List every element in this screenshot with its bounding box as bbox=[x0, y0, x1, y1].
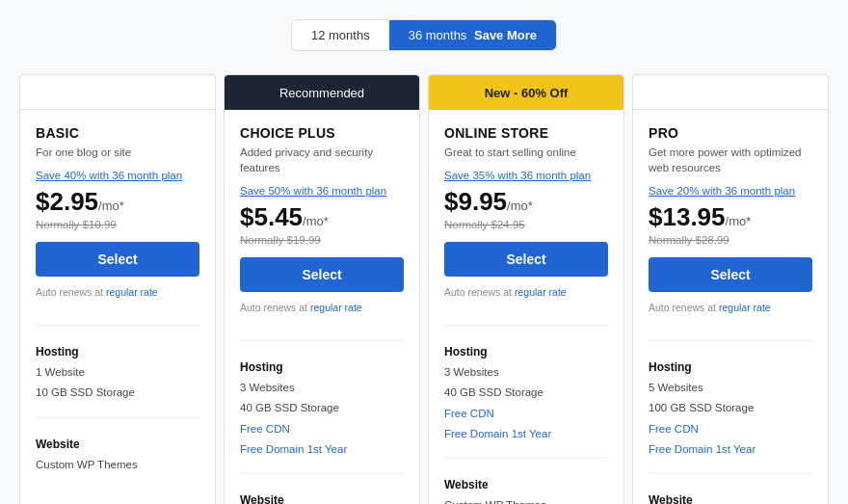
hosting-feature-pro-0: 5 Websites bbox=[649, 380, 812, 396]
select-button-basic[interactable]: Select bbox=[36, 242, 199, 277]
plan-normal-price-basic: Normally $10.99 bbox=[36, 219, 199, 230]
regular-rate-link-basic[interactable]: regular rate bbox=[106, 286, 158, 298]
hosting-feature-online-store-3: Free Domain 1st Year bbox=[444, 426, 608, 442]
regular-rate-link-choice-plus[interactable]: regular rate bbox=[310, 302, 362, 313]
website-title-online-store: Website bbox=[444, 478, 608, 491]
hosting-feature-pro-3: Free Domain 1st Year bbox=[649, 441, 812, 458]
divider-1-online-store bbox=[444, 325, 608, 326]
plan-card-pro: PRO Get more power with optimized web re… bbox=[632, 74, 829, 504]
website-title-choice-plus: Website bbox=[240, 493, 404, 504]
hosting-feature-basic-1: 10 GB SSD Storage bbox=[36, 385, 199, 401]
regular-rate-link-pro[interactable]: regular rate bbox=[719, 302, 771, 313]
plan-desc-pro: Get more power with optimized web resour… bbox=[649, 145, 812, 175]
divider-1-pro bbox=[649, 340, 812, 341]
select-button-pro[interactable]: Select bbox=[649, 257, 812, 292]
divider-2-pro bbox=[649, 473, 812, 474]
hosting-feature-choice-plus-1: 40 GB SSD Storage bbox=[240, 400, 404, 416]
plan-normal-price-pro: Normally $28.99 bbox=[649, 234, 812, 246]
plan-price-suffix-choice-plus: /mo* bbox=[303, 214, 329, 228]
auto-renew-choice-plus: Auto renews at regular rate bbox=[240, 302, 404, 313]
plan-body-pro: PRO Get more power with optimized web re… bbox=[633, 110, 828, 504]
plan-price-suffix-online-store: /mo* bbox=[507, 199, 533, 213]
divider-2-basic bbox=[36, 417, 199, 418]
auto-renew-basic: Auto renews at regular rate bbox=[36, 286, 199, 298]
divider-1-basic bbox=[36, 325, 199, 326]
website-title-pro: Website bbox=[649, 493, 812, 504]
hosting-feature-online-store-1: 40 GB SSD Storage bbox=[444, 385, 608, 401]
plan-body-choice-plus: CHOICE PLUS Added privacy and security f… bbox=[225, 110, 419, 504]
toggle-bar: 12 months 36 months Save More bbox=[291, 19, 557, 51]
hosting-title-online-store: Hosting bbox=[444, 345, 608, 358]
plan-desc-choice-plus: Added privacy and security features bbox=[240, 145, 404, 175]
plans-container: BASIC For one blog or site Save 40% with… bbox=[15, 74, 833, 504]
divider-2-choice-plus bbox=[240, 473, 404, 474]
plan-desc-basic: For one blog or site bbox=[36, 145, 199, 160]
toggle-36months-label: 36 months bbox=[409, 28, 467, 42]
hosting-feature-pro-1: 100 GB SSD Storage bbox=[649, 400, 812, 416]
hosting-feature-online-store-2: Free CDN bbox=[444, 406, 608, 422]
regular-rate-link-online-store[interactable]: regular rate bbox=[515, 286, 567, 298]
hosting-title-pro: Hosting bbox=[649, 360, 812, 374]
hosting-feature-pro-2: Free CDN bbox=[649, 421, 812, 438]
hosting-feature-online-store-0: 3 Websites bbox=[444, 364, 608, 381]
website-feature-online-store-0: Custom WP Themes bbox=[444, 497, 608, 504]
select-button-choice-plus[interactable]: Select bbox=[240, 257, 404, 292]
hosting-feature-choice-plus-2: Free CDN bbox=[240, 421, 404, 438]
hosting-title-choice-plus: Hosting bbox=[240, 360, 404, 374]
plan-badge-basic bbox=[20, 75, 215, 110]
plan-name-online-store: ONLINE STORE bbox=[444, 125, 608, 141]
plan-card-choice-plus: Recommended CHOICE PLUS Added privacy an… bbox=[224, 74, 420, 504]
plan-normal-price-choice-plus: Normally $19.99 bbox=[240, 234, 404, 246]
hosting-feature-choice-plus-0: 3 Websites bbox=[240, 380, 404, 396]
plan-price-suffix-basic: /mo* bbox=[98, 199, 124, 213]
plan-card-basic: BASIC For one blog or site Save 40% with… bbox=[19, 74, 216, 504]
divider-2-online-store bbox=[444, 458, 608, 459]
plan-price-pro: $13.95/mo* bbox=[649, 202, 812, 232]
divider-1-choice-plus bbox=[240, 340, 404, 341]
select-button-online-store[interactable]: Select bbox=[444, 242, 608, 277]
toggle-12months[interactable]: 12 months bbox=[292, 20, 389, 50]
save-more-label: Save More bbox=[474, 28, 537, 42]
plan-desc-online-store: Great to start selling online bbox=[444, 145, 608, 160]
plan-body-basic: BASIC For one blog or site Save 40% with… bbox=[20, 110, 215, 504]
plan-name-basic: BASIC bbox=[36, 125, 199, 141]
plan-save-link-basic[interactable]: Save 40% with 36 month plan bbox=[36, 170, 199, 181]
website-feature-basic-0: Custom WP Themes bbox=[36, 457, 199, 473]
plan-card-online-store: New - 60% Off ONLINE STORE Great to star… bbox=[428, 74, 624, 504]
auto-renew-pro: Auto renews at regular rate bbox=[649, 302, 812, 313]
plan-price-online-store: $9.95/mo* bbox=[444, 187, 608, 217]
auto-renew-online-store: Auto renews at regular rate bbox=[444, 286, 608, 298]
plan-save-link-choice-plus[interactable]: Save 50% with 36 month plan bbox=[240, 185, 404, 197]
plan-save-link-online-store[interactable]: Save 35% with 36 month plan bbox=[444, 170, 608, 181]
hosting-feature-basic-0: 1 Website bbox=[36, 364, 199, 381]
hosting-title-basic: Hosting bbox=[36, 345, 199, 358]
plan-badge-choice-plus: Recommended bbox=[225, 75, 419, 110]
plan-price-choice-plus: $5.45/mo* bbox=[240, 202, 404, 232]
toggle-36months[interactable]: 36 months Save More bbox=[389, 20, 556, 50]
plan-normal-price-online-store: Normally $24.95 bbox=[444, 219, 608, 230]
plan-price-suffix-pro: /mo* bbox=[726, 214, 752, 228]
plan-name-choice-plus: CHOICE PLUS bbox=[240, 125, 404, 141]
plan-name-pro: PRO bbox=[649, 125, 812, 141]
plan-body-online-store: ONLINE STORE Great to start selling onli… bbox=[429, 110, 623, 504]
hosting-feature-choice-plus-3: Free Domain 1st Year bbox=[240, 441, 404, 458]
plan-save-link-pro[interactable]: Save 20% with 36 month plan bbox=[649, 185, 812, 197]
plan-badge-pro bbox=[633, 75, 828, 110]
plan-badge-online-store: New - 60% Off bbox=[429, 75, 623, 110]
plan-price-basic: $2.95/mo* bbox=[36, 187, 199, 217]
website-title-basic: Website bbox=[36, 438, 199, 451]
